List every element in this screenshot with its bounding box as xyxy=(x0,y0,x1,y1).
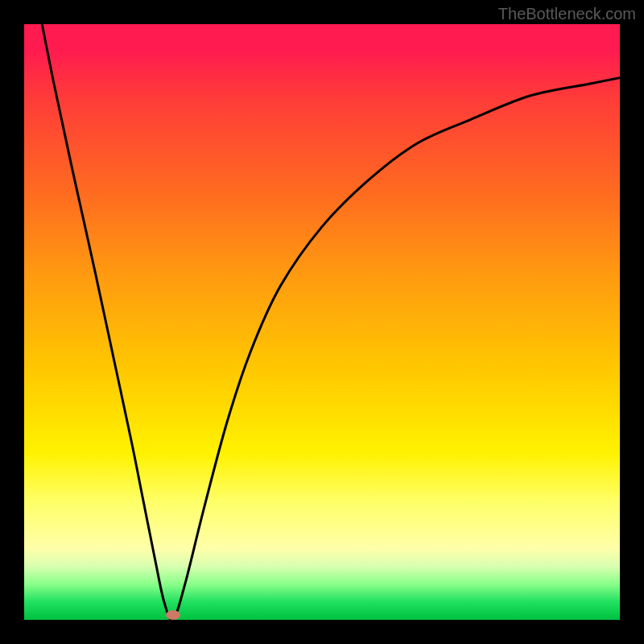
optimal-point-marker xyxy=(166,610,180,620)
chart-frame: TheBottleneck.com xyxy=(0,0,644,644)
plot-area xyxy=(24,24,620,620)
watermark-text: TheBottleneck.com xyxy=(498,5,636,23)
bottleneck-curve xyxy=(24,24,620,620)
